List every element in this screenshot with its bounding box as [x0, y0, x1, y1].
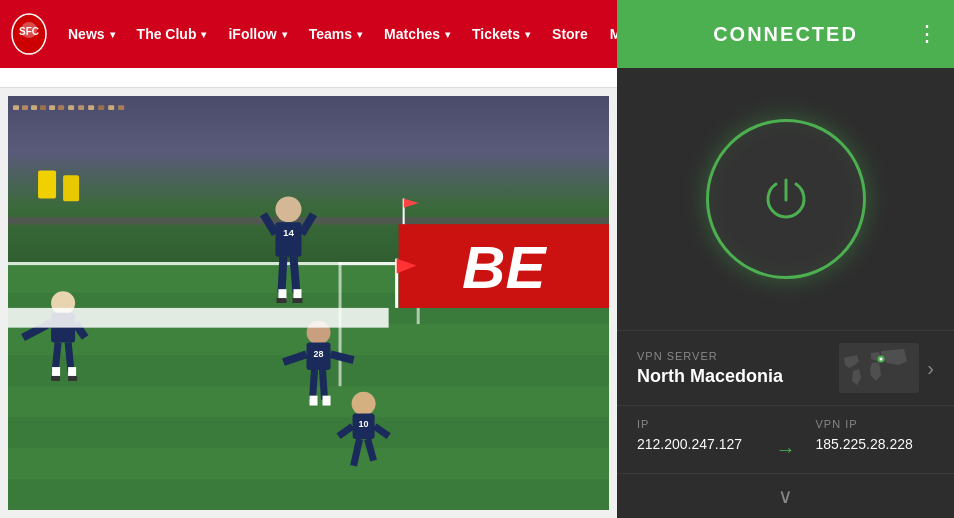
svg-rect-57 — [310, 396, 318, 406]
server-label: VPN SERVER — [637, 350, 839, 362]
svg-line-44 — [281, 257, 283, 293]
svg-rect-47 — [293, 289, 301, 299]
vpn-menu-icon[interactable]: ⋮ — [916, 21, 938, 47]
sub-header — [0, 68, 617, 88]
svg-text:SFC: SFC — [19, 26, 39, 37]
ip-arrow-icon: → — [776, 418, 796, 461]
svg-rect-37 — [51, 376, 60, 381]
svg-rect-38 — [68, 376, 77, 381]
svg-line-54 — [331, 354, 354, 360]
nav-item-news[interactable]: News ▾ — [58, 18, 125, 50]
server-name: North Macedonia — [637, 366, 839, 387]
power-ring[interactable] — [706, 119, 866, 279]
vpn-status-text: CONNECTED — [713, 23, 858, 46]
svg-line-42 — [263, 214, 275, 234]
vpn-ip-value: 185.225.28.228 — [816, 436, 935, 452]
svg-rect-35 — [52, 367, 60, 377]
svg-text:14: 14 — [283, 227, 295, 238]
vpn-ip-label: VPN IP — [816, 418, 935, 430]
website-panel: SFC News ▾ The Club ▾ iFollow ▾ Teams ▾ … — [0, 0, 617, 518]
ip-value: 212.200.247.127 — [637, 436, 756, 452]
svg-rect-36 — [68, 367, 76, 377]
svg-rect-48 — [276, 298, 286, 303]
nav-item-store[interactable]: Store — [542, 18, 598, 50]
svg-line-53 — [283, 354, 306, 362]
svg-rect-49 — [292, 298, 302, 303]
server-map — [839, 343, 919, 393]
vpn-ip-block: VPN IP 185.225.28.228 — [816, 418, 935, 461]
svg-rect-68 — [8, 308, 389, 328]
nav-item-club[interactable]: The Club ▾ — [127, 18, 217, 50]
vpn-bottom: ∨ — [617, 473, 954, 518]
server-info: VPN SERVER North Macedonia — [637, 350, 839, 387]
svg-line-55 — [313, 370, 315, 400]
nav-arrow-club: ▾ — [201, 29, 206, 40]
svg-line-65 — [368, 439, 374, 461]
svg-line-62 — [339, 426, 353, 436]
nav-item-ifollow[interactable]: iFollow ▾ — [218, 18, 296, 50]
svg-line-63 — [375, 426, 389, 436]
soccer-field: 14 28 — [8, 96, 609, 510]
svg-rect-46 — [278, 289, 286, 299]
vpn-panel: CONNECTED ⋮ VPN SERVER North Macedonia — [617, 0, 954, 518]
server-chevron-icon: › — [927, 357, 934, 380]
svg-line-56 — [323, 370, 325, 400]
nav-arrow-news: ▾ — [110, 29, 115, 40]
server-section[interactable]: VPN SERVER North Macedonia — [617, 330, 954, 405]
svg-line-43 — [301, 214, 313, 234]
ip-label: IP — [637, 418, 756, 430]
nav-arrow-tickets: ▾ — [525, 29, 530, 40]
vpn-circle-area — [617, 68, 954, 330]
svg-text:10: 10 — [359, 419, 369, 429]
site-logo: SFC — [10, 12, 48, 56]
svg-text:28: 28 — [314, 349, 324, 359]
ip-section: IP 212.200.247.127 → VPN IP 185.225.28.2… — [617, 405, 954, 473]
hero-image: 14 28 — [8, 96, 609, 510]
nav-item-teams[interactable]: Teams ▾ — [299, 18, 372, 50]
power-button[interactable] — [756, 169, 816, 229]
svg-line-64 — [354, 439, 360, 466]
svg-point-39 — [275, 197, 301, 223]
svg-text:BE: BE — [462, 235, 548, 301]
nav-arrow-ifollow: ▾ — [282, 29, 287, 40]
nav-arrow-teams: ▾ — [357, 29, 362, 40]
svg-point-59 — [352, 392, 376, 416]
nav-item-matches[interactable]: Matches ▾ — [374, 18, 460, 50]
navbar: SFC News ▾ The Club ▾ iFollow ▾ Teams ▾ … — [0, 0, 617, 68]
svg-point-74 — [880, 358, 883, 361]
svg-line-45 — [293, 257, 296, 293]
vpn-header: CONNECTED ⋮ — [617, 0, 954, 68]
nav-item-tickets[interactable]: Tickets ▾ — [462, 18, 540, 50]
chevron-down-icon[interactable]: ∨ — [778, 484, 793, 508]
svg-rect-58 — [323, 396, 331, 406]
ip-block: IP 212.200.247.127 — [637, 418, 756, 461]
nav-arrow-matches: ▾ — [445, 29, 450, 40]
